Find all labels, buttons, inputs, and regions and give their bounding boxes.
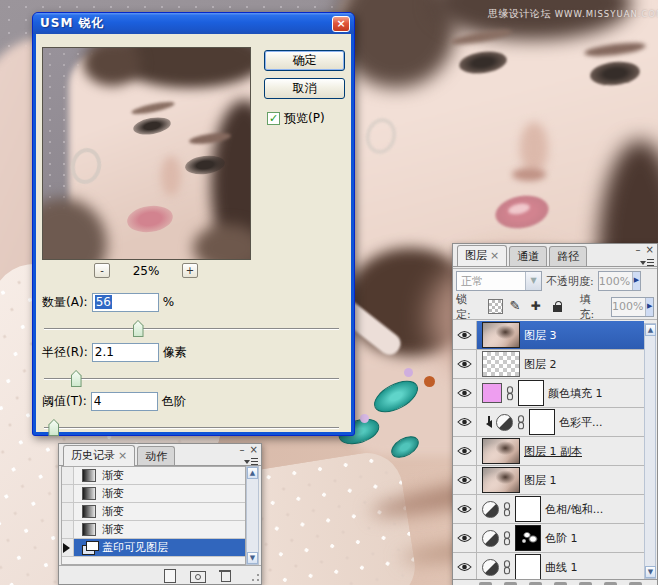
layer-thumbnail[interactable]: [482, 467, 520, 493]
lock-pixels-icon[interactable]: [509, 299, 524, 314]
current-state-pointer-icon: [63, 543, 75, 553]
layer-row[interactable]: 曲线 1: [453, 553, 644, 582]
close-icon[interactable]: ×: [250, 445, 258, 454]
history-brush-well[interactable]: [62, 467, 74, 484]
preview-nose: [161, 156, 181, 196]
checkbox-check-icon[interactable]: ✓: [267, 112, 280, 125]
new-document-from-state-icon[interactable]: [161, 569, 177, 582]
color-fill-swatch[interactable]: [482, 383, 502, 403]
layer-row[interactable]: 图层 1: [453, 466, 644, 495]
layer-thumbnail[interactable]: [482, 351, 520, 377]
fill-value[interactable]: 100% ▶: [611, 297, 654, 317]
history-state-row[interactable]: 渐变: [62, 485, 245, 503]
new-snapshot-icon[interactable]: [189, 569, 205, 582]
layer-mask-thumbnail[interactable]: [529, 409, 555, 435]
layers-bottom-toolbar[interactable]: [453, 579, 657, 585]
threshold-input[interactable]: 4: [91, 392, 158, 411]
scroll-up-icon[interactable]: ▲: [247, 467, 258, 479]
visibility-toggle[interactable]: [453, 350, 477, 378]
minimize-icon[interactable]: –: [636, 245, 641, 254]
zoom-out-button[interactable]: -: [94, 263, 110, 278]
visibility-toggle[interactable]: [453, 408, 477, 436]
spinner-arrow-icon[interactable]: ▶: [645, 298, 653, 316]
history-scrollbar[interactable]: ▲ ▼: [246, 466, 259, 565]
slider-thumb[interactable]: [71, 370, 82, 387]
slider-track[interactable]: [44, 427, 339, 429]
visibility-toggle[interactable]: [453, 495, 477, 523]
layer-mask-thumbnail[interactable]: [515, 554, 541, 580]
radius-input[interactable]: 2.1: [92, 343, 159, 362]
slider-thumb[interactable]: [133, 320, 144, 337]
visibility-toggle[interactable]: [453, 553, 477, 581]
tab-actions[interactable]: 动作: [137, 446, 175, 466]
history-state-row[interactable]: 渐变: [62, 503, 245, 521]
slider-track[interactable]: [44, 328, 339, 330]
layer-name: 色阶 1: [545, 531, 578, 546]
history-brush-well[interactable]: [62, 539, 74, 556]
chevron-down-icon[interactable]: ▼: [525, 272, 541, 290]
lock-position-icon[interactable]: [530, 299, 545, 314]
spinner-arrow-icon[interactable]: ▶: [632, 272, 640, 290]
visibility-toggle[interactable]: [453, 437, 477, 465]
visibility-toggle[interactable]: [453, 379, 477, 407]
dialog-titlebar[interactable]: USM 锐化 ×: [33, 13, 354, 34]
layer-row[interactable]: 色彩平...: [453, 408, 644, 437]
history-state-row[interactable]: 盖印可见图层: [62, 539, 245, 557]
layer-mask-thumbnail[interactable]: [515, 525, 541, 551]
tab-layers[interactable]: 图层×: [457, 245, 507, 266]
close-icon[interactable]: ×: [332, 16, 350, 32]
threshold-row: 阈值(T): 4 色阶: [42, 391, 186, 411]
slider-thumb[interactable]: [48, 419, 59, 436]
radius-slider[interactable]: [44, 370, 339, 387]
tab-paths[interactable]: 路径: [549, 246, 587, 266]
layer-mask-thumbnail[interactable]: [515, 496, 541, 522]
minimize-icon[interactable]: –: [240, 445, 245, 454]
scroll-down-icon[interactable]: ▼: [645, 566, 656, 578]
adjustment-layer-icon[interactable]: [482, 559, 499, 576]
visibility-toggle[interactable]: [453, 524, 477, 552]
threshold-slider[interactable]: [44, 419, 339, 436]
scroll-down-icon[interactable]: ▼: [247, 552, 258, 564]
amount-input[interactable]: 56: [92, 293, 159, 312]
cancel-button[interactable]: 取消: [264, 78, 345, 99]
ok-button[interactable]: 确定: [264, 50, 345, 71]
tab-history[interactable]: 历史记录×: [63, 445, 135, 466]
adjustment-layer-icon[interactable]: [482, 530, 499, 547]
layer-row[interactable]: 色阶 1: [453, 524, 644, 553]
eye-icon: [457, 446, 472, 456]
scroll-up-icon[interactable]: ▲: [645, 324, 656, 336]
layer-row[interactable]: 图层 1 副本: [453, 437, 644, 466]
resize-grip[interactable]: [250, 573, 260, 583]
layer-row[interactable]: 颜色填充 1: [453, 379, 644, 408]
lock-transparency-icon[interactable]: [488, 299, 503, 314]
layer-thumbnail[interactable]: [482, 322, 520, 348]
adjustment-layer-icon[interactable]: [496, 414, 513, 431]
blend-mode-select[interactable]: 正常 ▼: [456, 271, 542, 291]
adjustment-layer-icon[interactable]: [482, 501, 499, 518]
close-icon[interactable]: ×: [646, 245, 654, 254]
layer-row[interactable]: 色相/饱和...: [453, 495, 644, 524]
eye-icon: [457, 562, 472, 572]
visibility-toggle[interactable]: [453, 466, 477, 494]
sharpen-preview-image[interactable]: [42, 47, 251, 260]
amount-slider[interactable]: [44, 320, 339, 337]
visibility-toggle[interactable]: [453, 321, 477, 349]
preview-checkbox[interactable]: ✓ 预览(P): [267, 110, 325, 127]
zoom-in-button[interactable]: +: [182, 263, 198, 278]
history-brush-well[interactable]: [62, 503, 74, 520]
opacity-value[interactable]: 100% ▶: [598, 271, 641, 291]
history-brush-well[interactable]: [62, 485, 74, 502]
layers-scrollbar[interactable]: ▲ ▼: [644, 323, 656, 579]
history-brush-well[interactable]: [62, 521, 74, 538]
history-state-row[interactable]: 渐变: [62, 521, 245, 539]
delete-state-icon[interactable]: [217, 569, 233, 582]
tab-channels[interactable]: 通道: [509, 246, 547, 266]
layer-row[interactable]: 图层 2: [453, 350, 644, 379]
layer-mask-thumbnail[interactable]: [518, 380, 544, 406]
history-state-row[interactable]: 渐变: [62, 467, 245, 485]
slider-track[interactable]: [44, 378, 339, 380]
amount-label: 数量(A):: [42, 294, 88, 311]
layer-row[interactable]: 图层 3: [453, 321, 644, 350]
layer-thumbnail[interactable]: [482, 438, 520, 464]
lock-all-icon[interactable]: [550, 299, 565, 314]
